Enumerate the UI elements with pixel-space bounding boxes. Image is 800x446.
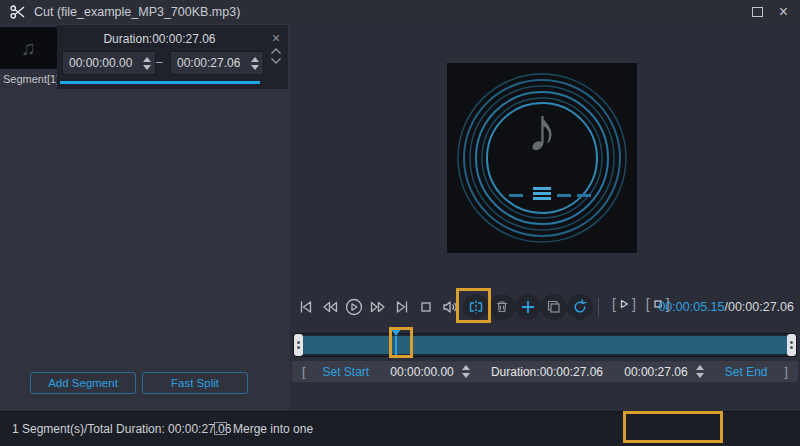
fast-forward-button[interactable] <box>367 296 389 318</box>
segment-end-input[interactable] <box>171 56 247 70</box>
delete-segment-button[interactable] <box>489 294 515 320</box>
toolbar-divider <box>598 298 599 316</box>
segment-label: Segment[1] <box>3 73 59 85</box>
play-button[interactable] <box>343 296 365 318</box>
merge-checkbox[interactable] <box>214 422 227 435</box>
time-display: 00:00:05.15/00:00:27.06 <box>658 300 794 314</box>
move-down-icon[interactable] <box>270 57 282 65</box>
merge-label: Merge into one <box>233 422 313 436</box>
maximize-button[interactable] <box>752 7 763 17</box>
window-title: Cut (file_example_MP3_700KB.mp3) <box>34 5 240 19</box>
playhead-marker[interactable] <box>390 328 402 358</box>
trim-start-input[interactable] <box>386 365 458 379</box>
trim-start-field <box>386 363 474 380</box>
volume-button[interactable] <box>439 296 461 318</box>
player-panel: ♪ <box>290 24 800 411</box>
move-up-icon[interactable] <box>270 47 282 55</box>
trim-duration-label: Duration:00:00:27.06 <box>491 365 603 379</box>
trim-end-field <box>620 363 708 380</box>
remove-segment-icon[interactable]: × <box>272 31 280 45</box>
cut-dialog: Cut (file_example_MP3_700KB.mp3) × ♫ Seg… <box>0 0 800 446</box>
segment-end-stepper[interactable] <box>247 57 263 70</box>
trim-start-handle[interactable] <box>294 334 303 356</box>
stop-button[interactable] <box>415 296 437 318</box>
skip-start-button[interactable] <box>295 296 317 318</box>
close-button[interactable]: × <box>779 4 788 20</box>
segment-thumbnail[interactable]: ♫ <box>0 27 57 69</box>
segment-start-field <box>62 51 156 75</box>
fast-split-button[interactable]: Fast Split <box>142 372 248 394</box>
timeline-track[interactable] <box>293 333 797 357</box>
playhead-triangle-icon <box>390 328 402 336</box>
segment-card: Duration:00:00:27.06 – × <box>57 25 288 89</box>
trim-end-handle[interactable] <box>787 334 796 356</box>
segment-end-field <box>170 51 264 75</box>
music-note-icon: ♫ <box>21 37 36 60</box>
trim-end-input[interactable] <box>620 365 692 379</box>
set-end-button[interactable]: Set End <box>725 365 768 379</box>
timeline-selection[interactable] <box>303 334 787 356</box>
rewind-button[interactable] <box>319 296 341 318</box>
skip-end-button[interactable] <box>391 296 413 318</box>
audio-artwork: ♪ <box>447 63 637 253</box>
segment-duration-label: Duration:00:00:27.06 <box>57 32 262 46</box>
segment-start-stepper[interactable] <box>139 57 155 70</box>
trim-start-stepper[interactable] <box>458 365 474 378</box>
total-time: 00:00:27.06 <box>728 300 794 314</box>
trim-bar: [ Set Start Duration:00:00:27.06 Set End… <box>292 361 798 382</box>
open-bracket: [ <box>302 364 306 379</box>
close-bracket: ] <box>784 364 788 379</box>
split-button[interactable] <box>463 294 489 320</box>
set-start-button[interactable]: Set Start <box>323 365 370 379</box>
status-bar: 1 Segment(s)/Total Duration: 00:00:27.06… <box>0 411 800 446</box>
equalizer-bars <box>447 184 637 204</box>
playhead-line <box>395 336 397 355</box>
add-segment-button[interactable]: Add Segment <box>30 372 136 394</box>
copy-button[interactable] <box>541 294 567 320</box>
add-button[interactable] <box>515 294 541 320</box>
reset-button[interactable] <box>567 294 593 320</box>
segment-progress-line <box>60 81 260 84</box>
scissors-icon <box>10 5 26 19</box>
play-segment-button[interactable]: [ ] <box>612 296 636 312</box>
trim-end-stepper[interactable] <box>692 365 708 378</box>
range-separator: – <box>156 55 163 69</box>
segment-panel: ♫ Segment[1] Duration:00:00:27.06 – × <box>0 24 290 411</box>
center-music-note-icon: ♪ <box>447 99 637 161</box>
segment-start-input[interactable] <box>63 56 139 70</box>
segment-summary: 1 Segment(s)/Total Duration: 00:00:27.06 <box>12 422 231 436</box>
current-time: 00:00:05.15 <box>658 300 724 314</box>
title-bar: Cut (file_example_MP3_700KB.mp3) × <box>0 0 800 24</box>
